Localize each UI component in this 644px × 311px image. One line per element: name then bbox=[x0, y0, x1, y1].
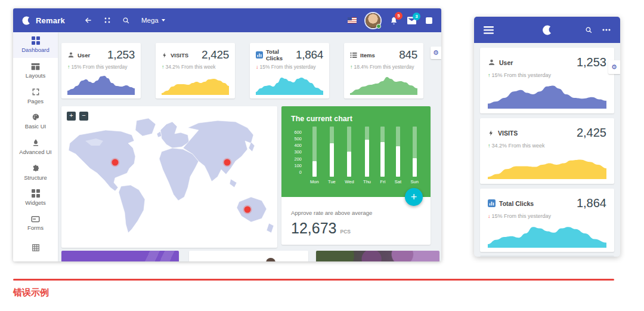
chat-icon[interactable] bbox=[425, 17, 433, 24]
bar-chart-icon bbox=[256, 51, 263, 58]
map-marker-3[interactable] bbox=[244, 207, 251, 213]
brand[interactable]: Remark bbox=[21, 16, 65, 26]
visits-sparkline bbox=[488, 150, 606, 179]
sidebar-item-basic-ui[interactable]: Basic UI bbox=[13, 109, 58, 134]
approve-rate-unit: PCS bbox=[340, 229, 350, 235]
stat-value: 1,253 bbox=[107, 48, 135, 61]
mega-menu[interactable]: Mega bbox=[141, 17, 165, 24]
weekly-chart-section: The current chart 6005004003002001000 Mo… bbox=[281, 106, 431, 197]
chart-title: The current chart bbox=[281, 106, 431, 125]
clicks-sparkline bbox=[256, 71, 323, 95]
y-axis: 6005004003002001000 bbox=[290, 130, 302, 175]
clicks-sparkline bbox=[488, 219, 606, 248]
bar-wed: Wed bbox=[345, 127, 354, 184]
sidebar-item-layouts[interactable]: Layouts bbox=[13, 58, 58, 84]
palette-icon bbox=[32, 113, 40, 121]
user-sparkline bbox=[67, 71, 135, 95]
puzzle-icon bbox=[32, 164, 40, 173]
bar-sat: Sat bbox=[395, 127, 401, 184]
mobile-preview-panel: User 1,253 ↑15% From this yesterday VISI… bbox=[474, 17, 620, 257]
bar-fri: Fri bbox=[380, 127, 386, 184]
annotation-label: 错误示例 bbox=[13, 287, 49, 298]
stats-row: User 1,253 ↑15% From this yesterday VISI… bbox=[61, 43, 423, 98]
trend-arrow-icon: ↑ bbox=[488, 143, 491, 149]
sidebar: Dashboard Layouts Pages Basic UI Advance… bbox=[13, 32, 58, 261]
mega-menu-label: Mega bbox=[141, 17, 159, 24]
remark-logo-icon bbox=[541, 24, 553, 36]
map-zoom-out-button[interactable]: − bbox=[79, 112, 88, 121]
online-status-dot bbox=[376, 24, 381, 29]
mobile-navbar bbox=[474, 17, 620, 43]
mobile-stat-card-user: User 1,253 ↑15% From this yesterday bbox=[480, 48, 614, 113]
pages-icon bbox=[32, 88, 40, 96]
stat-value: 2,425 bbox=[202, 48, 229, 61]
approve-rate-value: 12,673 bbox=[291, 220, 336, 237]
stat-card-total-clicks: Total Clicks 1,864 ↓15% From this yester… bbox=[250, 43, 329, 98]
bars: MonTueWedThuFriSatSun bbox=[302, 127, 422, 184]
mobile-settings-gear-button[interactable]: ⚙ bbox=[608, 60, 620, 74]
sidebar-item-structure[interactable]: Structure bbox=[13, 159, 58, 185]
user-avatar[interactable] bbox=[366, 13, 380, 28]
current-chart-card: The current chart 6005004003002001000 Mo… bbox=[281, 106, 431, 245]
items-sparkline bbox=[350, 71, 417, 95]
bottom-cards-row bbox=[61, 251, 441, 261]
list-icon bbox=[350, 52, 357, 58]
caret-down-icon bbox=[162, 19, 165, 21]
trend-arrow-icon: ↑ bbox=[350, 64, 353, 70]
promo-card-purple bbox=[61, 251, 179, 261]
sidebar-item-tables[interactable] bbox=[13, 236, 58, 261]
trend-arrow-icon: ↑ bbox=[488, 72, 491, 78]
language-flag-icon[interactable] bbox=[348, 17, 357, 23]
search-icon[interactable] bbox=[585, 26, 593, 34]
bar-tue: Tue bbox=[328, 127, 336, 184]
stat-value: 1,864 bbox=[296, 48, 323, 61]
bar-mon: Mon bbox=[310, 127, 319, 184]
top-navbar: Remark Mega 5 bbox=[13, 8, 441, 32]
dashboard-icon bbox=[32, 36, 40, 45]
user-icon bbox=[67, 51, 75, 58]
stat-card-visits: VISITS 2,425 ↑34.2% From this week bbox=[156, 43, 235, 98]
forms-icon bbox=[31, 215, 40, 223]
next-card-peek bbox=[480, 255, 614, 257]
approve-rate-text: Approve rate are above average bbox=[291, 210, 421, 216]
search-icon[interactable] bbox=[119, 13, 134, 28]
mobile-stat-card-total-clicks: Total Clicks 1,864 ↓15% From this yester… bbox=[480, 189, 614, 252]
promo-card-photo bbox=[316, 251, 439, 261]
map-marker-1[interactable] bbox=[112, 159, 119, 166]
map-zoom-in-button[interactable]: + bbox=[67, 112, 76, 121]
notifications-bell-icon[interactable]: 5 bbox=[389, 16, 398, 25]
sidebar-item-advanced-ui[interactable]: Advanced UI bbox=[13, 134, 58, 160]
remark-logo-icon bbox=[21, 16, 32, 26]
bar-chart-icon bbox=[488, 199, 496, 207]
stat-value: 845 bbox=[399, 48, 417, 61]
mobile-stat-card-visits: VISITS 2,425 ↑34.2% From this week bbox=[480, 118, 614, 184]
bar-thu: Thu bbox=[363, 127, 371, 184]
bar-sun: Sun bbox=[411, 127, 419, 184]
back-arrow-icon[interactable] bbox=[80, 13, 96, 28]
trend-arrow-icon: ↑ bbox=[162, 64, 165, 70]
table-icon bbox=[32, 244, 40, 252]
world-map[interactable] bbox=[61, 106, 277, 248]
sidebar-item-widgets[interactable]: Widgets bbox=[13, 185, 58, 211]
add-fab-button[interactable]: + bbox=[405, 188, 423, 206]
widgets-icon bbox=[32, 189, 40, 198]
brand-name: Remark bbox=[36, 16, 65, 25]
promo-card-white bbox=[189, 251, 308, 261]
stat-card-items: Items 845 ↑18.4% From this yesterday bbox=[344, 43, 423, 98]
messages-mail-icon[interactable]: 3 bbox=[407, 17, 416, 24]
messages-badge: 3 bbox=[413, 13, 420, 20]
trend-arrow-icon: ↓ bbox=[488, 213, 491, 219]
sidebar-item-pages[interactable]: Pages bbox=[13, 83, 58, 109]
user-icon bbox=[488, 58, 496, 66]
settings-gear-button[interactable]: ⚙ bbox=[431, 47, 441, 59]
more-options-icon[interactable] bbox=[602, 29, 611, 31]
map-marker-2[interactable] bbox=[224, 159, 231, 166]
dashboard-content: User 1,253 ↑15% From this yesterday VISI… bbox=[58, 32, 441, 261]
bolt-icon bbox=[162, 51, 168, 59]
bolt-icon bbox=[488, 129, 494, 137]
sidebar-item-dashboard[interactable]: Dashboard bbox=[13, 32, 58, 58]
fullscreen-icon[interactable] bbox=[100, 13, 115, 28]
hamburger-menu-icon[interactable] bbox=[484, 26, 494, 34]
sidebar-item-forms[interactable]: Forms bbox=[13, 211, 58, 236]
visits-sparkline bbox=[162, 71, 229, 95]
